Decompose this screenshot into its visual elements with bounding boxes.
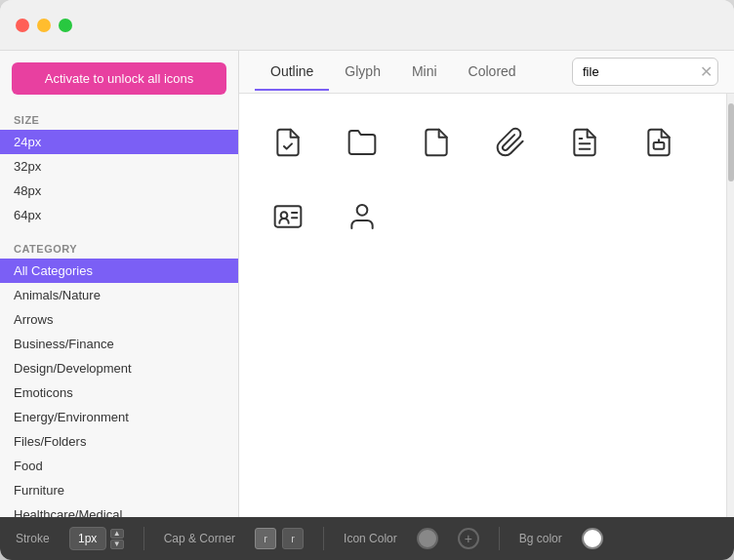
tab-mini[interactable]: Mini — [396, 54, 453, 91]
stroke-input-wrap: ▲ ▼ — [69, 527, 124, 550]
stroke-up-button[interactable]: ▲ — [110, 529, 124, 539]
category-all[interactable]: All Categories — [0, 259, 238, 283]
file-list-icon[interactable] — [555, 113, 614, 172]
tab-glyph[interactable]: Glyph — [329, 54, 396, 91]
icons-grid — [239, 94, 726, 517]
category-files[interactable]: Files/Folders — [0, 429, 238, 454]
category-food[interactable]: Food — [0, 454, 238, 478]
bg-color-swatch[interactable] — [582, 528, 603, 549]
person-file-icon[interactable] — [333, 187, 391, 246]
category-furniture[interactable]: Furniture — [0, 478, 238, 502]
file-badge-icon[interactable] — [630, 113, 688, 172]
search-container: ✕ — [572, 58, 718, 86]
category-options: All Categories Animals/Nature Arrows Bus… — [0, 259, 238, 517]
folder-icon[interactable] — [333, 113, 391, 172]
attachment-icon[interactable] — [481, 113, 540, 172]
cap-corner-label: Cap & Corner — [164, 532, 235, 545]
bottom-bar: Stroke ▲ ▼ Cap & Corner r r Icon Color +… — [0, 517, 734, 560]
category-business[interactable]: Business/Finance — [0, 332, 238, 356]
stroke-input[interactable] — [69, 527, 106, 550]
corner-round-button[interactable]: r — [282, 528, 304, 549]
icon-color-label: Icon Color — [344, 532, 397, 545]
category-section-label: CATEGORY — [0, 235, 238, 259]
scrollbar-track[interactable] — [726, 94, 734, 517]
file-check-icon[interactable] — [259, 113, 317, 172]
tab-colored[interactable]: Colored — [453, 54, 532, 91]
profile-card-icon[interactable] — [259, 187, 317, 246]
category-energy[interactable]: Energy/Environment — [0, 405, 238, 429]
size-option-48px[interactable]: 48px — [0, 179, 238, 203]
separator-2 — [323, 527, 324, 550]
tabs-bar: Outline Glyph Mini Colored ✕ — [239, 51, 734, 94]
size-option-32px[interactable]: 32px — [0, 154, 238, 179]
cap-corner-wrap: r r — [255, 528, 304, 549]
separator-1 — [143, 527, 144, 550]
icon-color-swatch[interactable] — [417, 528, 438, 549]
sidebar: Activate to unlock all icons SIZE 24px 3… — [0, 51, 239, 517]
main-panel: Outline Glyph Mini Colored ✕ — [239, 51, 734, 517]
minimize-button[interactable] — [37, 19, 51, 32]
maximize-button[interactable] — [59, 19, 72, 32]
category-emoticons[interactable]: Emoticons — [0, 380, 238, 405]
close-button[interactable] — [16, 19, 29, 32]
cap-round-button[interactable]: r — [255, 528, 276, 549]
stroke-stepper: ▲ ▼ — [110, 529, 124, 549]
titlebar — [0, 0, 734, 51]
stroke-label: Stroke — [16, 532, 50, 545]
tab-outline[interactable]: Outline — [255, 54, 329, 91]
category-design[interactable]: Design/Development — [0, 356, 238, 380]
category-healthcare[interactable]: Healthcare/Medical — [0, 502, 238, 517]
add-color-button[interactable]: + — [458, 528, 479, 549]
size-section-label: SIZE — [0, 106, 238, 130]
bg-color-label: Bg color — [519, 532, 562, 545]
size-option-64px[interactable]: 64px — [0, 203, 238, 227]
stroke-down-button[interactable]: ▼ — [110, 540, 124, 549]
content-area: Activate to unlock all icons SIZE 24px 3… — [0, 51, 734, 517]
unlock-button[interactable]: Activate to unlock all icons — [12, 62, 226, 95]
search-input[interactable] — [572, 58, 718, 86]
separator-3 — [499, 527, 500, 550]
scrollbar-thumb[interactable] — [728, 103, 734, 181]
file-icon[interactable] — [407, 113, 466, 172]
svg-point-9 — [357, 205, 368, 216]
app-window: Activate to unlock all icons SIZE 24px 3… — [0, 0, 734, 560]
category-animals[interactable]: Animals/Nature — [0, 283, 238, 307]
clear-search-icon[interactable]: ✕ — [700, 64, 713, 80]
size-option-24px[interactable]: 24px — [0, 130, 238, 154]
size-options: 24px 32px 48px 64px — [0, 130, 238, 235]
category-arrows[interactable]: Arrows — [0, 307, 238, 332]
